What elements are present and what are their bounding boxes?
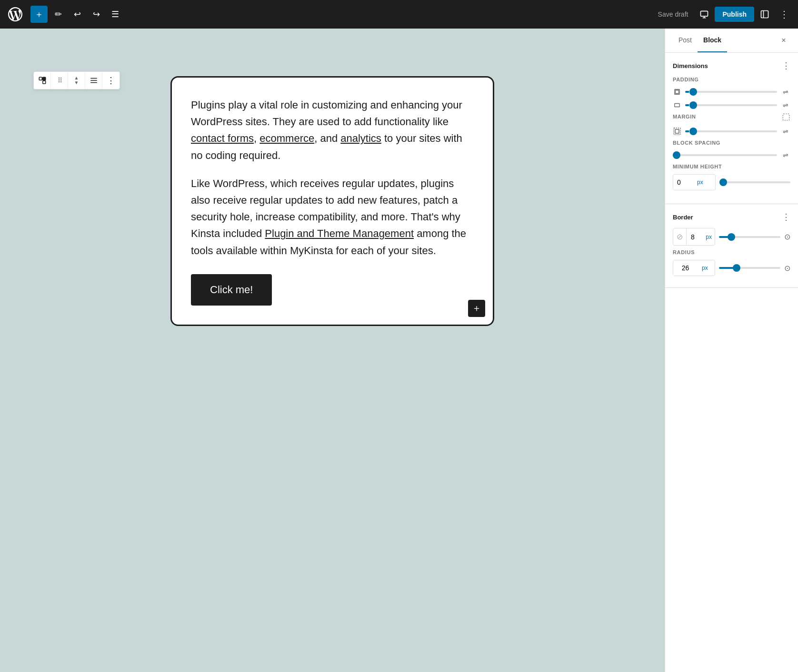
margin-link-icon[interactable] (782, 113, 790, 123)
block-spacing-label: BLOCK SPACING (673, 140, 790, 146)
drag-icon: ⠿ (58, 77, 61, 84)
block-spacing-row: ⇌ (673, 150, 790, 160)
border-width-slider[interactable] (719, 236, 780, 238)
list-icon: ☰ (111, 9, 119, 20)
block-toolbar: ⠿ ▲▼ ⋮ (33, 71, 120, 89)
margin-slider[interactable] (685, 130, 777, 132)
publish-button[interactable]: Publish (715, 7, 754, 22)
radius-unit: px (702, 265, 711, 271)
undo-icon: ↩ (74, 9, 81, 20)
ecommerce-link[interactable]: ecommerce (259, 132, 314, 144)
min-height-label: MINIMUM HEIGHT (673, 164, 790, 169)
align-icon (90, 76, 98, 85)
border-input-row: ⊘ 8 px ⊙ (673, 228, 790, 246)
dimensions-header: Dimensions ⋮ (673, 60, 790, 71)
content-block: Plugins play a vital role in customizing… (170, 76, 494, 326)
min-height-input[interactable]: 0 (673, 175, 697, 190)
svg-rect-15 (674, 128, 680, 135)
block-more-options-button[interactable]: ⋮ (102, 72, 120, 89)
border-more-button[interactable]: ⋮ (782, 212, 790, 222)
svg-rect-9 (90, 80, 97, 81)
wordpress-logo (6, 5, 25, 24)
undo-button[interactable]: ↩ (69, 6, 86, 23)
svg-rect-16 (675, 129, 679, 133)
more-options-button[interactable]: ⋮ (775, 6, 792, 23)
dimensions-more-button[interactable]: ⋮ (782, 60, 790, 71)
settings-button[interactable] (756, 6, 773, 23)
radius-slider[interactable] (719, 267, 780, 269)
transform-block-button[interactable] (34, 72, 51, 89)
border-title: Border (673, 214, 693, 221)
plus-icon: ＋ (472, 302, 481, 315)
block-spacing-slider[interactable] (673, 154, 777, 156)
add-block-button[interactable]: ＋ (30, 6, 48, 23)
radius-input[interactable]: 26 (673, 260, 702, 276)
transform-icon (38, 76, 47, 85)
analytics-link[interactable]: analytics (340, 132, 381, 144)
document-overview-button[interactable]: ☰ (107, 6, 124, 23)
svg-rect-6 (42, 81, 45, 84)
plugin-theme-link[interactable]: Plugin and Theme Management (265, 227, 414, 239)
edit-button[interactable]: ✏ (50, 6, 67, 23)
svg-rect-10 (90, 82, 97, 83)
svg-rect-7 (42, 77, 45, 80)
click-me-button[interactable]: Click me! (191, 274, 272, 306)
main-toolbar: ＋ ✏ ↩ ↪ ☰ Save draft Publish ⋮ (0, 0, 798, 29)
add-block-inline-button[interactable]: ＋ (468, 300, 485, 317)
preview-button[interactable] (696, 6, 713, 23)
min-height-slider[interactable] (719, 181, 790, 183)
paragraph-2: Like WordPress, which receives regular u… (191, 175, 474, 259)
settings-icon (760, 10, 769, 19)
border-section: Border ⋮ ⊘ 8 px ⊙ RADIUS 26 px (665, 204, 798, 288)
chevron-up-down-icon: ▲▼ (74, 76, 79, 85)
ellipsis-vertical-icon: ⋮ (779, 9, 788, 20)
add-icon: ＋ (35, 9, 43, 20)
dimensions-title: Dimensions (673, 62, 708, 69)
move-up-down-button[interactable]: ▲▼ (68, 72, 85, 89)
padding-small-icon (673, 88, 681, 96)
padding-slider-2[interactable] (685, 104, 777, 106)
three-dots-icon: ⋮ (107, 75, 115, 86)
save-draft-button[interactable]: Save draft (652, 7, 694, 22)
border-input-box: ⊘ 8 px (673, 228, 715, 246)
svg-rect-0 (701, 11, 708, 16)
paragraph-1: Plugins play a vital role in customizing… (191, 97, 474, 164)
radius-label: RADIUS (673, 249, 790, 255)
slider-settings-3[interactable]: ⇌ (781, 127, 790, 136)
padding-slider-1[interactable] (685, 91, 777, 93)
margin-row: ⇌ (673, 127, 790, 136)
border-width-input[interactable]: 8 (687, 229, 706, 245)
dimensions-section: Dimensions ⋮ PADDING ⇌ (665, 53, 798, 204)
slider-settings-2[interactable]: ⇌ (781, 100, 790, 110)
redo-icon: ↪ (93, 9, 100, 20)
align-button[interactable] (85, 72, 102, 89)
svg-rect-12 (676, 90, 679, 94)
padding-row-1: ⇌ (673, 87, 790, 97)
radius-chain-button[interactable]: ⊙ (784, 264, 790, 273)
drag-handle[interactable]: ⠿ (51, 72, 68, 89)
right-panel: Post Block × Dimensions ⋮ PADDING (665, 29, 798, 672)
radius-input-row: 26 px ⊙ (673, 260, 790, 276)
svg-rect-14 (783, 114, 789, 120)
svg-rect-3 (761, 11, 768, 18)
border-header: Border ⋮ (673, 212, 790, 222)
svg-rect-13 (675, 104, 680, 107)
min-height-input-box: 0 px (673, 174, 716, 190)
no-color-icon: ⊘ (673, 228, 687, 245)
min-height-row: 0 px (673, 174, 790, 190)
contact-forms-link[interactable]: contact forms (191, 132, 254, 144)
slider-settings-1[interactable]: ⇌ (781, 87, 790, 97)
svg-rect-5 (39, 77, 42, 80)
redo-button[interactable]: ↪ (88, 6, 105, 23)
panel-close-button[interactable]: × (777, 34, 790, 47)
radius-input-box: 26 px (673, 260, 715, 276)
tab-block[interactable]: Block (698, 29, 727, 52)
slider-settings-4[interactable]: ⇌ (781, 150, 790, 160)
panel-tabs: Post Block × (665, 29, 798, 53)
main-content: ⠿ ▲▼ ⋮ Plugins play a vital role in cust… (0, 29, 798, 672)
padding-row-2: ⇌ (673, 100, 790, 110)
border-chain-button[interactable]: ⊙ (784, 232, 790, 241)
tab-post[interactable]: Post (673, 29, 698, 52)
editor-area: ⠿ ▲▼ ⋮ Plugins play a vital role in cust… (0, 29, 665, 672)
margin-icon (673, 127, 681, 136)
